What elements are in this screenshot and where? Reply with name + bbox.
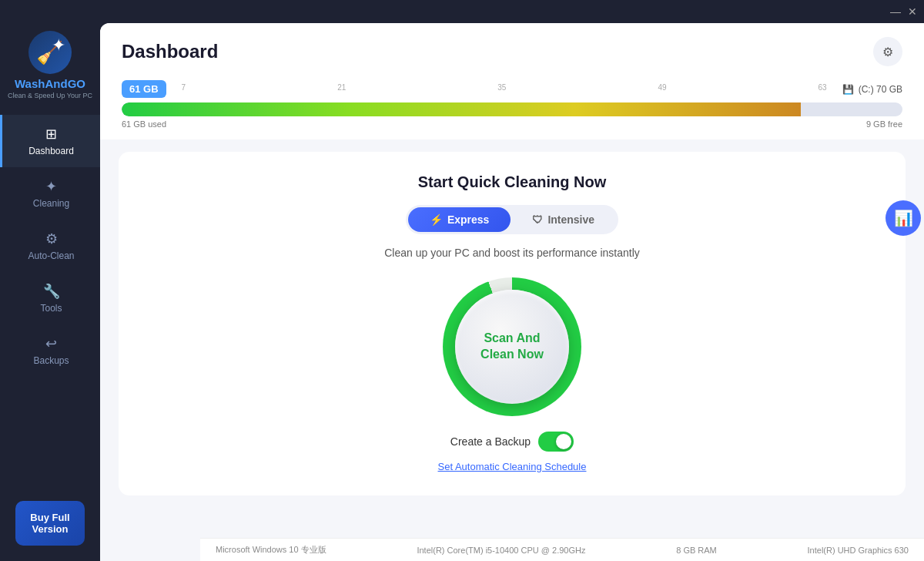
clean-card-title: Start Quick Cleaning Now xyxy=(142,173,882,191)
close-button[interactable]: ✕ xyxy=(907,6,918,17)
sidebar-item-autoclean[interactable]: ⚙ Auto-Clean xyxy=(0,220,100,272)
autoclean-icon: ⚙ xyxy=(45,230,58,247)
sidebar: 🧹 WashAndGO Clean & Speed Up Your PC ⊞ D… xyxy=(0,23,100,561)
express-tab[interactable]: ⚡ Express xyxy=(408,207,511,232)
clean-card: Start Quick Cleaning Now ⚡ Express 🛡 Int… xyxy=(119,152,906,495)
scan-button-outer: Scan And Clean Now xyxy=(443,277,581,416)
sidebar-item-cleaning[interactable]: ✦ Cleaning xyxy=(0,167,100,220)
sidebar-item-dashboard[interactable]: ⊞ Dashboard xyxy=(0,115,100,167)
sidebar-label-tools: Tools xyxy=(40,303,62,314)
sidebar-label-cleaning: Cleaning xyxy=(33,198,69,209)
tick-7: 7 xyxy=(182,83,186,92)
page-title: Dashboard xyxy=(122,41,218,62)
scan-and-clean-button[interactable]: Scan And Clean Now xyxy=(455,290,569,404)
clean-description: Clean up your PC and boost its performan… xyxy=(142,247,882,259)
chart-icon: 📊 xyxy=(894,209,913,227)
backup-label: Create a Backup xyxy=(450,435,531,448)
sidebar-label-dashboard: Dashboard xyxy=(28,146,74,156)
tick-21: 21 xyxy=(337,83,346,92)
title-bar: — ✕ xyxy=(0,0,924,23)
disk-used-text: 61 GB used xyxy=(122,119,166,129)
disk-section: 61 GB 7 21 35 49 63 💾 (C:) 70 GB 61 GB u… xyxy=(100,74,924,139)
status-ram: 8 GB RAM xyxy=(676,546,717,555)
main-content: Dashboard ⚙ 61 GB 7 21 35 49 63 💾 (C:) 7… xyxy=(100,23,924,561)
float-chart-button[interactable]: 📊 xyxy=(886,200,921,236)
disk-label-row: 61 GB 7 21 35 49 63 💾 (C:) 70 GB xyxy=(122,80,902,98)
intensive-tab[interactable]: 🛡 Intensive xyxy=(511,207,616,232)
dashboard-icon: ⊞ xyxy=(45,126,57,143)
disk-drive-label: 💾 (C:) 70 GB xyxy=(842,84,902,95)
toggle-knob xyxy=(556,434,571,449)
status-gpu: Intel(R) UHD Graphics 630 xyxy=(808,546,909,555)
disk-footer: 61 GB used 9 GB free xyxy=(122,119,902,129)
sidebar-item-backups[interactable]: ↩ Backups xyxy=(0,324,100,377)
content-area: Start Quick Cleaning Now ⚡ Express 🛡 Int… xyxy=(100,139,924,508)
disk-used-badge: 61 GB xyxy=(122,80,166,98)
tick-63: 63 xyxy=(819,83,827,92)
status-os: Microsoft Windows 10 专业版 xyxy=(216,544,326,556)
backup-toggle[interactable] xyxy=(538,432,574,452)
status-bar: Microsoft Windows 10 专业版 Intel(R) Core(T… xyxy=(200,538,924,561)
backup-row: Create a Backup xyxy=(142,432,882,452)
drive-icon: 💾 xyxy=(842,84,854,95)
app-name: WashAndGO xyxy=(15,77,85,90)
sidebar-nav: ⊞ Dashboard ✦ Cleaning ⚙ Auto-Clean 🔧 To… xyxy=(0,115,100,501)
cleaning-icon: ✦ xyxy=(45,178,57,195)
disk-free-text: 9 GB free xyxy=(866,119,902,129)
intensive-icon: 🛡 xyxy=(532,213,543,226)
gear-icon: ⚙ xyxy=(882,45,893,59)
sidebar-label-autoclean: Auto-Clean xyxy=(28,250,74,261)
schedule-link[interactable]: Set Automatic Cleaning Schedule xyxy=(142,461,882,472)
sidebar-label-backups: Backups xyxy=(33,355,69,366)
tools-icon: 🔧 xyxy=(43,283,60,300)
app-tagline: Clean & Speed Up Your PC xyxy=(8,92,92,99)
mode-tabs: ⚡ Express 🛡 Intensive xyxy=(406,205,618,234)
settings-button[interactable]: ⚙ xyxy=(873,37,902,66)
app-logo: 🧹 WashAndGO Clean & Speed Up Your PC xyxy=(8,31,92,99)
minimize-button[interactable]: — xyxy=(890,6,901,17)
sidebar-item-tools[interactable]: 🔧 Tools xyxy=(0,272,100,324)
disk-bar-used xyxy=(122,102,801,116)
backups-icon: ↩ xyxy=(45,335,57,352)
buy-full-version-button[interactable]: Buy Full Version xyxy=(15,501,85,546)
tick-35: 35 xyxy=(497,83,506,92)
express-icon: ⚡ xyxy=(430,213,443,226)
intensive-label: Intensive xyxy=(547,213,594,226)
main-header: Dashboard ⚙ xyxy=(100,23,924,74)
disk-bar xyxy=(122,102,902,116)
logo-icon: 🧹 xyxy=(28,31,72,74)
status-cpu: Intel(R) Core(TM) i5-10400 CPU @ 2.90GHz xyxy=(417,546,585,555)
tick-49: 49 xyxy=(658,83,666,92)
scan-btn-text: Scan And Clean Now xyxy=(480,331,544,363)
express-label: Express xyxy=(447,213,489,226)
